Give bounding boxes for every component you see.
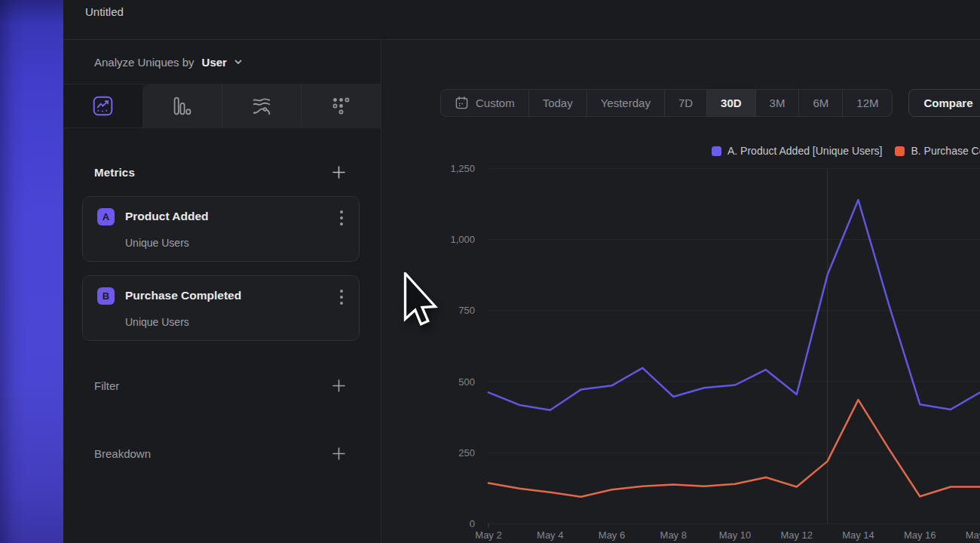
document-title[interactable]: Untitled [85, 5, 124, 20]
chart-area: CustomTodayYesterday7D30D3M6M12M Compare… [382, 40, 980, 543]
add-filter-button[interactable] [332, 379, 346, 393]
svg-text:May 10: May 10 [719, 529, 752, 541]
bar-chart-icon [173, 97, 191, 115]
range-button-today[interactable]: Today [528, 90, 586, 116]
brand-gradient-strip [0, 0, 63, 543]
range-button-label: Today [543, 97, 573, 109]
metric-card-product-added[interactable]: A Product Added Unique Users [82, 196, 360, 262]
range-button-label: 3M [770, 97, 786, 109]
svg-text:1,250: 1,250 [450, 163, 475, 174]
dot-grid-icon [332, 97, 351, 115]
metrics-header: Metrics [94, 158, 346, 186]
svg-text:0: 0 [470, 518, 475, 529]
range-button-3m[interactable]: 3M [755, 90, 799, 116]
add-breakdown-button[interactable] [332, 446, 346, 461]
range-button-custom[interactable]: Custom [441, 90, 528, 116]
calendar-icon [455, 96, 469, 110]
metric-measure[interactable]: Unique Users [125, 316, 189, 328]
analyze-by-value[interactable]: User [202, 56, 227, 69]
add-metric-button[interactable] [332, 165, 346, 179]
top-bar: Untitled [63, 0, 980, 40]
kebab-menu-icon[interactable] [339, 210, 344, 226]
svg-text:May 12: May 12 [780, 529, 813, 541]
legend-item[interactable]: A. Product Added [Unique Users] [712, 146, 882, 156]
tab-bar-chart[interactable] [142, 84, 222, 127]
range-button-12m[interactable]: 12M [842, 90, 892, 116]
svg-text:250: 250 [458, 447, 475, 459]
svg-text:500: 500 [458, 376, 475, 388]
svg-text:May 6: May 6 [599, 529, 625, 541]
range-button-30d[interactable]: 30D [706, 90, 755, 116]
range-button-label: Yesterday [601, 97, 651, 109]
metric-badge-b: B [97, 287, 115, 305]
tab-line-chart[interactable] [63, 84, 142, 127]
range-button-label: Custom [476, 97, 515, 109]
svg-text:May 2: May 2 [475, 529, 501, 541]
chart-type-tabs [63, 84, 381, 128]
line-chart-icon [93, 96, 113, 116]
legend-label: B. Purchase Completed [Unique Users] [911, 145, 980, 157]
metric-name[interactable]: Product Added [125, 210, 209, 223]
svg-text:May 4: May 4 [537, 529, 563, 541]
legend-swatch [895, 146, 905, 156]
range-button-label: 12M [856, 97, 878, 109]
tab-dot-grid[interactable] [301, 84, 381, 127]
legend-label: A. Product Added [Unique Users] [727, 145, 882, 157]
analytics-app: Untitled Analyze Uniques by User [0, 0, 980, 543]
svg-text:May 16: May 16 [904, 529, 936, 541]
svg-text:May 14: May 14 [842, 529, 874, 541]
legend-swatch [712, 146, 721, 156]
tab-flow-chart[interactable] [222, 84, 302, 127]
query-builder-panel: Analyze Uniques by User [63, 40, 381, 543]
metrics-title: Metrics [94, 166, 135, 179]
filter-section-row: Filter [94, 373, 346, 398]
svg-text:May 18: May 18 [966, 529, 980, 541]
range-button-label: 7D [678, 97, 693, 109]
metric-card-purchase-completed[interactable]: B Purchase Completed Unique Users [82, 275, 360, 341]
svg-text:750: 750 [458, 305, 475, 316]
breakdown-label: Breakdown [94, 447, 151, 460]
metric-name[interactable]: Purchase Completed [125, 289, 241, 302]
svg-text:May 8: May 8 [660, 529, 687, 541]
kebab-menu-icon[interactable] [339, 289, 344, 305]
range-button-yesterday[interactable]: Yesterday [586, 90, 664, 116]
legend-item[interactable]: B. Purchase Completed [Unique Users] [895, 146, 980, 156]
flow-chart-icon [252, 97, 271, 116]
svg-text:1,000: 1,000 [450, 234, 475, 245]
metric-badge-a: A [97, 208, 115, 225]
range-button-label: 6M [813, 97, 828, 109]
chart-legend: A. Product Added [Unique Users]B. Purcha… [712, 146, 980, 156]
analyze-by-row: Analyze Uniques by User [63, 40, 381, 84]
date-range-group: CustomTodayYesterday7D30D3M6M12M [440, 89, 893, 117]
analyze-by-label: Analyze Uniques by [94, 56, 194, 69]
chevron-down-icon[interactable] [234, 57, 243, 66]
range-button-label: 30D [721, 97, 742, 109]
breakdown-section-row: Breakdown [94, 440, 346, 466]
range-button-7d[interactable]: 7D [664, 90, 706, 116]
metric-measure[interactable]: Unique Users [125, 237, 189, 249]
range-button-6m[interactable]: 6M [798, 90, 842, 116]
compare-button[interactable]: Compare [908, 89, 980, 117]
filter-label: Filter [94, 379, 119, 392]
